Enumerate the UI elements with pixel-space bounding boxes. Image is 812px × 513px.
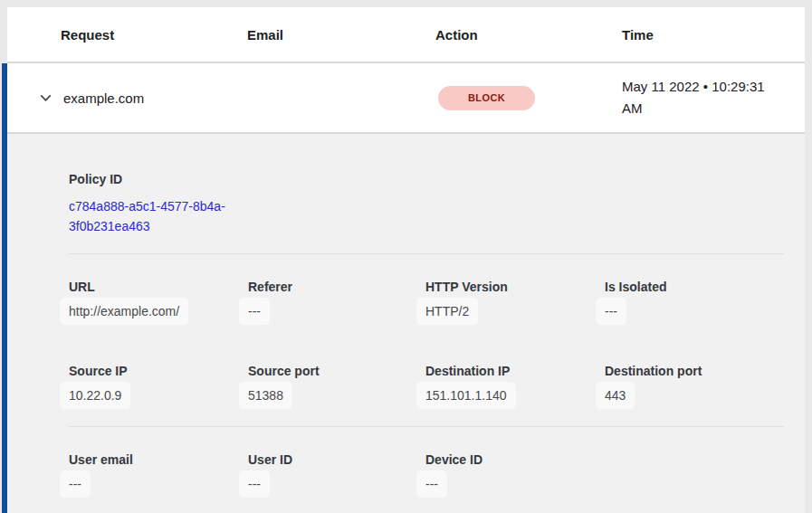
field-user-email: User email --- [69, 452, 248, 498]
http-version-label: HTTP Version [425, 280, 605, 294]
url-label: URL [69, 280, 248, 294]
http-version-value: HTTP/2 [416, 298, 478, 325]
row-request-value: example.com [63, 90, 144, 106]
field-destination-port: Destination port 443 [605, 364, 784, 409]
destination-ip-value: 151.101.1.140 [416, 382, 516, 409]
column-header-time: Time [622, 27, 805, 43]
source-port-label: Source port [248, 364, 425, 378]
policy-id-label: Policy ID [69, 172, 784, 186]
field-user-id: User ID --- [248, 452, 425, 498]
field-is-isolated: Is Isolated --- [605, 280, 784, 325]
destination-port-value: 443 [596, 382, 635, 409]
expanded-log-entry: example.com BLOCK May 11 2022 • 10:29:31… [7, 63, 805, 513]
field-source-port: Source port 51388 [248, 364, 425, 409]
device-id-label: Device ID [425, 452, 605, 467]
source-ip-label: Source IP [69, 364, 248, 378]
is-isolated-label: Is Isolated [605, 280, 784, 294]
destination-port-label: Destination port [605, 364, 784, 378]
user-email-label: User email [69, 452, 248, 467]
row-request-cell: example.com [7, 90, 247, 106]
policy-id-link[interactable]: c784a888-a5c1-4577-8b4a-3f0b231ea463 [69, 197, 250, 236]
field-destination-ip: Destination IP 151.101.1.140 [425, 364, 605, 409]
field-url: URL http://example.com/ [69, 280, 248, 325]
table-header: Request Email Action Time [7, 7, 805, 63]
user-id-label: User ID [248, 452, 425, 467]
column-header-action: Action [435, 27, 622, 43]
chevron-down-icon[interactable] [38, 90, 53, 106]
referer-value: --- [239, 298, 270, 325]
field-device-id: Device ID --- [425, 452, 605, 498]
user-details-section: User email --- User ID --- Device ID --- [69, 427, 784, 513]
user-id-value: --- [239, 470, 270, 498]
log-table-card: Request Email Action Time example.com BL… [7, 7, 805, 513]
policy-section: Policy ID c784a888-a5c1-4577-8b4a-3f0b23… [69, 134, 784, 254]
table-row[interactable]: example.com BLOCK May 11 2022 • 10:29:31… [7, 63, 805, 134]
is-isolated-value: --- [596, 298, 626, 325]
request-details-section: URL http://example.com/ Referer --- HTTP… [69, 254, 784, 427]
field-empty [605, 452, 784, 498]
column-header-request: Request [7, 27, 247, 43]
row-action-cell: BLOCK [435, 86, 622, 110]
log-detail-panel: Policy ID c784a888-a5c1-4577-8b4a-3f0b23… [7, 134, 805, 513]
column-header-email: Email [247, 27, 435, 43]
destination-ip-label: Destination IP [425, 364, 605, 378]
detail-row-user: User email --- User ID --- Device ID --- [69, 452, 784, 498]
detail-row-network: Source IP 10.22.0.9 Source port 51388 De… [69, 364, 784, 409]
referer-label: Referer [248, 280, 425, 294]
source-ip-value: 10.22.0.9 [60, 382, 130, 409]
field-http-version: HTTP Version HTTP/2 [425, 280, 605, 325]
device-id-value: --- [416, 470, 447, 498]
row-time-value: May 11 2022 • 10:29:31 AM [622, 76, 776, 119]
status-badge-block: BLOCK [438, 86, 535, 110]
url-value: http://example.com/ [60, 298, 188, 325]
source-port-value: 51388 [239, 382, 292, 409]
selected-row-accent-bar [2, 63, 7, 513]
field-referer: Referer --- [248, 280, 425, 325]
detail-row-url: URL http://example.com/ Referer --- HTTP… [69, 280, 784, 325]
field-source-ip: Source IP 10.22.0.9 [69, 364, 248, 409]
user-email-value: --- [60, 470, 91, 498]
